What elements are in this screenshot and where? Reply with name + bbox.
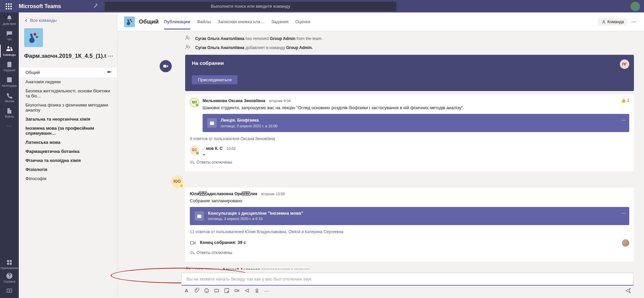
search-input[interactable]: Выполните поиск или введите команду — [105, 2, 396, 11]
user-avatar[interactable] — [631, 2, 640, 11]
top-bar: Microsoft Teams Выполните поиск или введ… — [0, 0, 644, 12]
compose-icon[interactable] — [93, 3, 98, 9]
app-title: Microsoft Teams — [19, 3, 93, 9]
app-launcher-icon[interactable] — [4, 2, 13, 11]
